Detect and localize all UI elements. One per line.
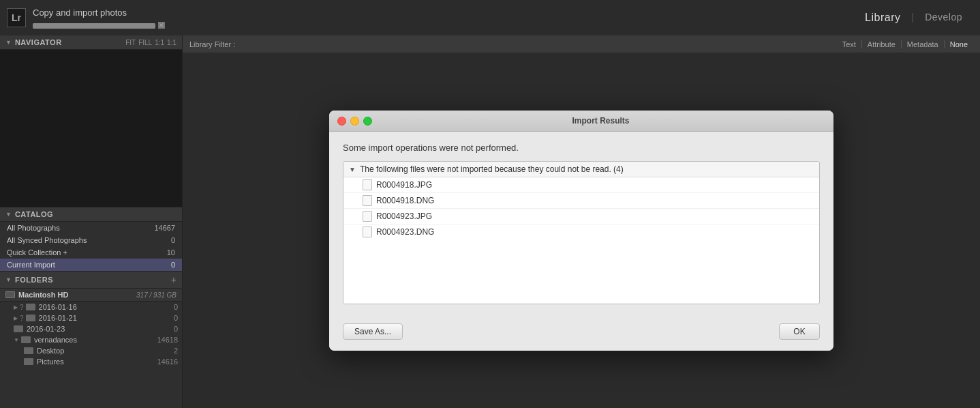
file-item-3: R0004923.DNG	[343, 224, 819, 239]
filter-metadata[interactable]: Metadata	[902, 40, 945, 48]
nav-zoom[interactable]: 1:1	[167, 39, 177, 46]
folder-2016-01-16[interactable]: ▶ ? 2016-01-16 0	[0, 302, 182, 312]
nav-fit[interactable]: FIT	[125, 39, 136, 46]
folder-add-button[interactable]: +	[171, 274, 177, 285]
catalog-quick-collection[interactable]: Quick Collection + 10	[0, 246, 182, 259]
disk-name: Macintosh HD	[18, 291, 136, 299]
navigator-controls: FIT FILL 1:1 1:1	[125, 39, 177, 46]
file-icon	[363, 211, 372, 222]
tab-develop[interactable]: Develop	[914, 9, 973, 27]
dialog-minimize-button[interactable]	[350, 117, 359, 126]
folders-arrow: ▼	[5, 276, 12, 283]
folders-section: ▼ Folders + Macintosh HD 317 / 931 GB ▶ …	[0, 272, 182, 367]
dialog-body: Some import operations were not performe…	[329, 132, 833, 315]
navigator-section: ▼ Navigator FIT FILL 1:1 1:1	[0, 35, 182, 207]
catalog-all-photos[interactable]: All Photographs 14667	[0, 222, 182, 234]
file-icon	[363, 227, 372, 237]
file-item-2: R0004923.JPG	[343, 209, 819, 224]
import-dialog: Import Results Some import operations we…	[329, 111, 833, 351]
folder-icon	[26, 315, 35, 321]
dialog-message: Some import operations were not performe…	[343, 143, 820, 153]
folder-icon	[14, 325, 23, 332]
filter-none[interactable]: None	[945, 40, 973, 48]
filter-bar: Library Filter : Text Attribute Metadata…	[183, 35, 980, 53]
progress-bar	[33, 23, 155, 29]
file-name: R0004923.DNG	[376, 227, 434, 237]
file-name: R0004923.JPG	[376, 212, 432, 221]
file-name: R0004918.DNG	[376, 196, 434, 205]
dialog-titlebar: Import Results	[329, 111, 833, 132]
nav-fill[interactable]: FILL	[138, 39, 152, 46]
file-item-0: R0004918.JPG	[343, 177, 819, 193]
dialog-title: Import Results	[376, 116, 825, 126]
navigator-header[interactable]: ▼ Navigator FIT FILL 1:1 1:1	[0, 35, 182, 50]
app-logo: Lr	[7, 8, 26, 27]
dialog-footer: Save As... OK	[329, 315, 833, 351]
folder-vernadances[interactable]: ▼ vernadances 14618	[0, 334, 182, 345]
progress-bar-fill	[33, 23, 155, 29]
filter-attribute[interactable]: Attribute	[862, 40, 902, 48]
disk-icon	[5, 291, 15, 298]
folder-desktop[interactable]: Desktop 2	[0, 345, 182, 356]
module-tabs: Library | Develop	[854, 9, 973, 27]
progress-close-button[interactable]: ✕	[158, 22, 165, 29]
file-icon	[363, 195, 372, 206]
nav-1-1[interactable]: 1:1	[155, 39, 164, 46]
folder-arrow: ▶	[14, 304, 18, 310]
catalog-synced-photos[interactable]: All Synced Photographs 0	[0, 234, 182, 246]
left-panel: ▼ Navigator FIT FILL 1:1 1:1 ▼ Catalog A…	[0, 35, 183, 408]
folder-icon	[24, 358, 33, 365]
folder-pictures[interactable]: Pictures 14616	[0, 356, 182, 367]
file-icon	[363, 179, 372, 190]
disk-info: 317 / 931 GB	[136, 291, 177, 299]
file-list-arrow: ▼	[349, 166, 356, 173]
file-name: R0004918.JPG	[376, 180, 432, 190]
folder-icon	[26, 304, 35, 310]
filter-label: Library Filter :	[189, 40, 235, 48]
title-area: Copy and import photos ✕	[33, 7, 854, 28]
dialog-file-list: ▼ The following files were not imported …	[343, 161, 820, 304]
folder-arrow: ▶	[14, 315, 18, 321]
main-content: Import Results Some import operations we…	[183, 53, 980, 408]
app-title: Copy and import photos	[33, 7, 854, 19]
ok-button[interactable]: OK	[779, 323, 820, 340]
navigator-arrow: ▼	[5, 39, 12, 46]
disk-row: Macintosh HD 317 / 931 GB	[0, 289, 182, 302]
unknown-icon: ?	[20, 304, 24, 311]
folder-2016-01-23[interactable]: 2016-01-23 0	[0, 323, 182, 334]
navigator-title: Navigator	[15, 38, 125, 46]
catalog-header[interactable]: ▼ Catalog	[0, 207, 182, 222]
save-as-button[interactable]: Save As...	[343, 323, 403, 340]
unknown-icon: ?	[20, 315, 24, 322]
folders-header[interactable]: ▼ Folders +	[0, 272, 182, 289]
dialog-close-button[interactable]	[337, 117, 346, 126]
catalog-title: Catalog	[15, 210, 177, 218]
folder-icon	[24, 347, 33, 354]
navigator-preview	[0, 50, 182, 207]
file-list-header-text: The following files were not imported be…	[360, 164, 624, 174]
filter-text[interactable]: Text	[837, 40, 862, 48]
catalog-current-import[interactable]: Current Import 0	[0, 259, 182, 271]
catalog-arrow: ▼	[5, 211, 12, 218]
modal-overlay: Import Results Some import operations we…	[183, 53, 980, 408]
folders-title: Folders	[15, 276, 171, 284]
catalog-section: ▼ Catalog All Photographs 14667 All Sync…	[0, 207, 182, 272]
file-item-1: R0004918.DNG	[343, 193, 819, 209]
folder-2016-01-21[interactable]: ▶ ? 2016-01-21 0	[0, 312, 182, 323]
tab-library[interactable]: Library	[854, 9, 911, 27]
dialog-maximize-button[interactable]	[363, 117, 372, 126]
folder-arrow: ▼	[14, 337, 19, 343]
file-list-header: ▼ The following files were not imported …	[343, 162, 819, 177]
folder-icon	[21, 336, 31, 343]
top-bar: Lr Copy and import photos ✕ Library | De…	[0, 0, 980, 35]
